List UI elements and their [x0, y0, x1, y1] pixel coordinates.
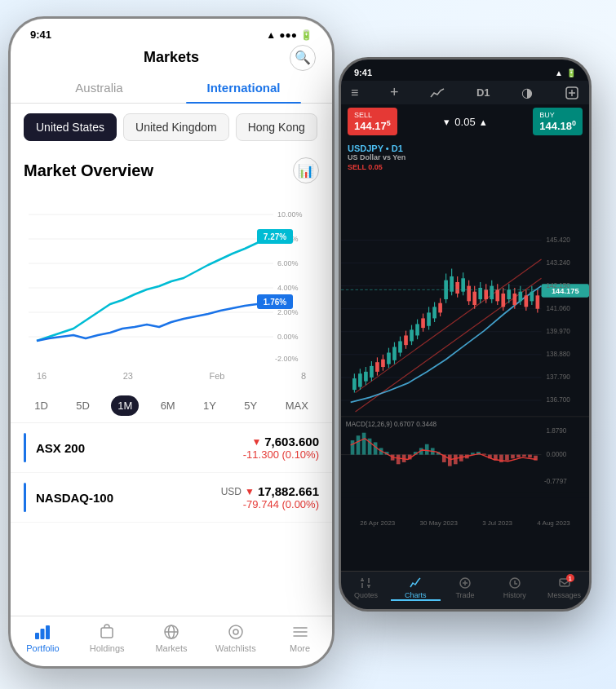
add-icon[interactable]: +: [390, 84, 399, 101]
date-label-3: Feb: [209, 371, 224, 381]
chevron-up-icon: ▴: [481, 116, 486, 128]
stock-row-asx[interactable]: ASX 200 ▼ 7,603.600 -11.300 (0.10%): [11, 423, 332, 473]
period-1d[interactable]: 1D: [28, 395, 55, 416]
svg-text:10.00%: 10.00%: [277, 210, 303, 219]
nav-more[interactable]: More: [268, 623, 332, 653]
portfolio-label: Portfolio: [26, 643, 59, 653]
signal-icon: ●●●: [279, 29, 297, 41]
nav-markets[interactable]: Markets: [140, 623, 204, 653]
svg-text:0.00%: 0.00%: [277, 333, 299, 341]
spread-display: ▾ 0.05 ▴: [401, 116, 530, 128]
svg-text:136.700: 136.700: [546, 397, 570, 404]
period-5d[interactable]: 5D: [69, 395, 96, 416]
svg-rect-142: [454, 455, 458, 465]
svg-text:137.790: 137.790: [546, 374, 570, 382]
timeframe-selector[interactable]: D1: [476, 86, 490, 99]
sell-price: 144.175: [354, 120, 391, 132]
svg-rect-153: [516, 455, 521, 458]
tab-international[interactable]: International: [171, 73, 316, 103]
svg-text:143.240: 143.240: [546, 259, 570, 267]
nasdaq-name: NASDAQ-100: [36, 491, 221, 505]
date-may: 30 May 2023: [420, 519, 458, 527]
nasdaq-price: USD ▼ 17,882.661: [221, 484, 319, 498]
page-header: Markets 🔍: [11, 46, 332, 73]
svg-point-24: [229, 625, 242, 638]
nasdaq-currency: USD: [221, 486, 242, 497]
message-badge: 1: [566, 574, 574, 582]
charts-icon: [409, 576, 422, 590]
p2-nav-history[interactable]: History: [490, 576, 539, 601]
period-5y[interactable]: 5Y: [237, 395, 264, 416]
pill-us[interactable]: United States: [24, 113, 117, 141]
asx-arrow-icon: ▼: [251, 436, 261, 448]
history-label: History: [503, 591, 526, 599]
svg-text:6.00%: 6.00%: [277, 259, 299, 267]
nav-holdings[interactable]: Holdings: [75, 623, 140, 653]
nasdaq-values: USD ▼ 17,882.661 -79.744 (0.00%): [221, 484, 319, 510]
period-max[interactable]: MAX: [279, 395, 315, 416]
period-6m[interactable]: 6M: [154, 395, 182, 416]
bar-chart-icon: 📊: [298, 163, 314, 179]
trade-icon[interactable]: [565, 86, 579, 100]
sell-label: SELL: [354, 111, 391, 119]
chevron-down-icon: ▾: [444, 116, 450, 128]
chart-type-icon[interactable]: [430, 87, 445, 99]
chart-view-button[interactable]: 📊: [293, 157, 319, 183]
svg-rect-141: [448, 455, 452, 466]
nav-portfolio[interactable]: Portfolio: [11, 623, 75, 653]
menu-icon[interactable]: ≡: [351, 86, 358, 100]
price-bar: SELL 144.175 ▾ 0.05 ▴ BUY 144.180: [341, 104, 589, 139]
pill-hk[interactable]: Hong Kong: [236, 113, 317, 141]
time-axis: 16 23 Feb 8: [24, 369, 319, 382]
market-chart: 10.00% 8.00% 6.00% 4.00% 2.00% 0.00% -2.…: [24, 190, 319, 369]
p2-nav-quotes[interactable]: Quotes: [341, 576, 391, 601]
svg-rect-124: [351, 440, 355, 455]
pair-subtitle: US Dollar vs Yen: [348, 153, 405, 161]
svg-text:-0.7797: -0.7797: [544, 478, 567, 485]
svg-text:0.0000: 0.0000: [546, 451, 566, 458]
svg-rect-151: [505, 455, 509, 461]
tab-australia[interactable]: Australia: [27, 73, 171, 103]
search-button[interactable]: 🔍: [290, 45, 316, 71]
trade-nav-icon: [459, 576, 472, 590]
portfolio-icon: [33, 623, 51, 641]
pill-uk[interactable]: United Kingdom: [123, 113, 229, 141]
date-labels: 26 Apr 2023 30 May 2023 3 Jul 2023 4 Aug…: [341, 518, 589, 528]
period-1m[interactable]: 1M: [111, 395, 139, 416]
svg-text:139.970: 139.970: [546, 328, 570, 335]
p2-bottom-nav: Quotes Charts Trade: [341, 571, 589, 609]
asx-indicator: [24, 433, 26, 462]
asx-change: -11.300 (0.10%): [243, 448, 319, 461]
svg-text:145.420: 145.420: [546, 236, 570, 244]
period-1y[interactable]: 1Y: [197, 395, 223, 416]
candlestick-svg: 144.175 145.420 143.240 142.150 141.060 …: [341, 139, 589, 571]
sell-price-box[interactable]: SELL 144.175: [348, 108, 397, 135]
quotes-icon: [359, 576, 372, 590]
stock-row-nasdaq[interactable]: NASDAQ-100 USD ▼ 17,882.661 -79.744 (0.0…: [11, 473, 332, 523]
theme-icon[interactable]: ◑: [521, 85, 533, 100]
more-icon: [291, 623, 309, 641]
svg-rect-154: [522, 455, 526, 457]
p2-nav-charts[interactable]: Charts: [391, 576, 441, 601]
p2-status-bar: 9:41 ▲ 🔋: [341, 60, 589, 81]
buy-price-box[interactable]: BUY 144.180: [533, 108, 583, 135]
nasdaq-change: -79.744 (0.00%): [221, 498, 319, 510]
asx-name: ASX 200: [36, 441, 243, 455]
nav-watchlists[interactable]: Watchlists: [203, 623, 268, 653]
p2-nav-trade[interactable]: Trade: [441, 576, 490, 601]
svg-text:7.27%: 7.27%: [264, 232, 286, 241]
watchlists-icon: [227, 623, 245, 641]
region-pills: United States United Kingdom Hong Kong: [11, 104, 332, 151]
svg-rect-126: [362, 433, 366, 455]
p2-nav-messages[interactable]: 1 Messages: [539, 576, 589, 601]
bottom-navigation: Portfolio Holdings: [11, 616, 332, 666]
svg-rect-17: [35, 633, 39, 639]
svg-rect-125: [357, 436, 361, 455]
date-apr: 26 Apr 2023: [360, 519, 395, 527]
sell-line-label: SELL 0.05: [348, 163, 383, 171]
svg-rect-18: [41, 629, 45, 639]
svg-text:1.8790: 1.8790: [546, 427, 566, 435]
date-label-4: 8: [301, 371, 306, 381]
svg-point-25: [233, 629, 238, 634]
date-label-1: 16: [37, 371, 47, 381]
